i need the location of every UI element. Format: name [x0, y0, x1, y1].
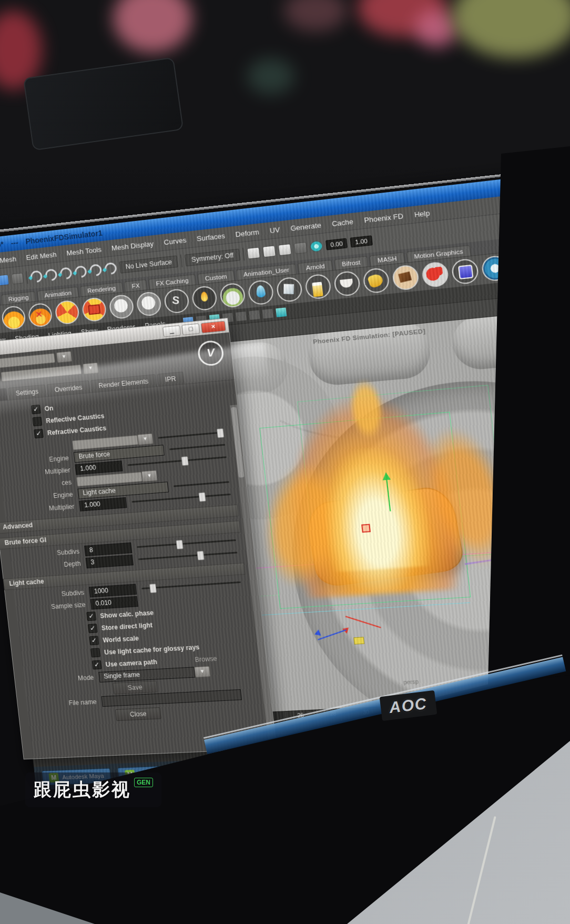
- phoenix-chocolate-icon[interactable]: [392, 264, 420, 291]
- maximize-button[interactable]: ▢: [181, 323, 200, 335]
- refractive-caustics-checkbox[interactable]: ✓: [34, 429, 44, 438]
- mural-pink-blob-2: [415, 11, 457, 47]
- menu-deform[interactable]: Deform: [235, 227, 260, 238]
- field-chart-icon[interactable]: [235, 311, 247, 322]
- menu-phoenix-fd[interactable]: Phoenix FD: [364, 212, 404, 224]
- menu-edit-mesh[interactable]: Edit Mesh: [26, 250, 57, 261]
- paint-select-icon[interactable]: [11, 273, 24, 284]
- menu-surfaces[interactable]: Surfaces: [196, 232, 225, 243]
- glossy-rays-checkbox[interactable]: [90, 648, 100, 657]
- world-scale-checkbox[interactable]: ✓: [89, 636, 99, 645]
- soft-select-value-field[interactable]: 1.00: [350, 235, 373, 247]
- render-current-frame-icon[interactable]: [262, 245, 276, 257]
- bf-subdivs-slider[interactable]: [137, 539, 236, 548]
- menu-uv[interactable]: UV: [269, 225, 280, 235]
- y-axis-arrowhead: [381, 468, 391, 480]
- secondary-engine-dropdown-arrow[interactable]: ▼: [141, 470, 158, 482]
- lasso-tool-icon-active[interactable]: [0, 274, 9, 286]
- photo-stage: 01.mb* --- PhoenixFDSimulator1 ws Mesh E…: [0, 0, 570, 924]
- phoenix-fire-remove-icon[interactable]: [27, 303, 53, 328]
- phoenix-explosion-source-icon[interactable]: [81, 297, 107, 323]
- save-button[interactable]: Save: [113, 680, 157, 694]
- phoenix-fire-icon[interactable]: [1, 305, 27, 330]
- phoenix-brick-icon[interactable]: [451, 258, 479, 285]
- secondary-engine-slider-track: [174, 481, 229, 487]
- menu-curves[interactable]: Curves: [164, 236, 187, 246]
- menu-mesh[interactable]: Mesh: [0, 255, 17, 264]
- make-live-icon[interactable]: [103, 260, 119, 277]
- secondary-multiplier-slider[interactable]: [131, 494, 231, 503]
- bf-depth-value[interactable]: 3: [86, 555, 134, 568]
- saturation-slider[interactable]: [158, 431, 224, 439]
- reflective-caustics-checkbox[interactable]: [32, 417, 42, 426]
- mural-maroon-blob: [284, 0, 347, 32]
- menu-generate[interactable]: Generate: [290, 220, 322, 232]
- phoenix-water-drop-icon[interactable]: [247, 279, 274, 306]
- minimize-button[interactable]: ▁: [162, 325, 181, 337]
- menu-mesh-display[interactable]: Mesh Display: [111, 239, 154, 252]
- center-manipulator-handle[interactable]: [353, 637, 364, 645]
- snap-projected-center-icon[interactable]: [73, 264, 89, 280]
- fire-source-marker: [361, 524, 371, 533]
- phoenix-vapor-icon[interactable]: [219, 282, 246, 308]
- phoenix-coffee-icon[interactable]: [333, 270, 361, 297]
- mural-yellow-blob: [452, 0, 570, 58]
- snap-grid-icon[interactable]: [28, 268, 45, 285]
- show-calc-phase-label: Show calc. phase: [100, 609, 154, 619]
- store-direct-light-checkbox[interactable]: ✓: [88, 624, 98, 633]
- safe-action-icon[interactable]: [248, 309, 260, 320]
- camera-path-checkbox[interactable]: ✓: [92, 660, 102, 670]
- browse-link[interactable]: Browse: [195, 655, 217, 664]
- safe-title-icon[interactable]: [262, 308, 274, 319]
- menu-mesh-tools[interactable]: Mesh Tools: [66, 245, 102, 257]
- ipr-render-icon[interactable]: [278, 244, 292, 256]
- snap-point-icon[interactable]: [58, 265, 74, 282]
- watermark-text: 跟屁虫影视: [34, 778, 131, 802]
- slider-knob[interactable]: [198, 492, 206, 501]
- symmetry-field[interactable]: Symmetry: Off: [185, 249, 240, 267]
- render-settings-icon[interactable]: [294, 242, 308, 254]
- phoenix-honey-icon[interactable]: [362, 267, 390, 294]
- saturation-dropdown-arrow[interactable]: ▼: [137, 433, 154, 445]
- primary-engine-slider-track: [169, 444, 225, 450]
- close-icon[interactable]: ✕: [201, 320, 226, 333]
- mode-dropdown-arrow[interactable]: ▼: [194, 666, 210, 677]
- menu-cache[interactable]: Cache: [331, 217, 353, 228]
- phoenix-splash-icon[interactable]: [421, 261, 450, 288]
- lc-sample-size-label: Sample size: [6, 600, 91, 613]
- slider-knob[interactable]: [149, 584, 156, 593]
- phoenix-candle-icon[interactable]: [191, 285, 218, 312]
- render-view-icon[interactable]: [247, 247, 260, 259]
- soft-select-falloff-field[interactable]: 0.00: [325, 238, 348, 250]
- store-direct-light-label: Store direct light: [101, 621, 153, 631]
- refractive-caustics-label: Refractive Caustics: [47, 424, 107, 437]
- renderer-dropdown-arrow[interactable]: ▼: [56, 351, 72, 363]
- wire-cube-icon[interactable]: [275, 307, 287, 318]
- camera-label: persp: [403, 678, 419, 686]
- slider-knob[interactable]: [197, 551, 205, 560]
- phoenix-beer-icon[interactable]: [304, 273, 332, 300]
- menu-help[interactable]: Help: [414, 208, 430, 218]
- phoenix-ice-cube-icon[interactable]: [276, 276, 303, 303]
- mural-green-blob: [247, 58, 294, 95]
- phoenix-smoke-icon[interactable]: [108, 294, 135, 319]
- live-surface-field[interactable]: No Live Surface: [119, 255, 178, 273]
- slider-knob[interactable]: [176, 540, 183, 549]
- phoenix-trail-icon[interactable]: [164, 288, 190, 314]
- secondary-multiplier-value[interactable]: 1.000: [79, 497, 127, 511]
- tablet-silhouette: [23, 57, 184, 151]
- slider-knob[interactable]: [181, 456, 189, 466]
- hypershade-icon[interactable]: [310, 240, 323, 253]
- phoenix-explosion-icon[interactable]: [54, 299, 80, 325]
- slider-knob[interactable]: [217, 428, 225, 438]
- phoenix-cloud-icon[interactable]: [136, 291, 162, 317]
- snap-view-plane-icon[interactable]: [87, 262, 104, 278]
- toolbar-divider-2: [180, 254, 183, 267]
- show-calc-phase-checkbox[interactable]: ✓: [86, 611, 96, 621]
- close-button[interactable]: Close: [115, 707, 161, 720]
- bf-depth-slider[interactable]: [138, 552, 238, 560]
- lc-subdivs-slider[interactable]: [141, 581, 241, 589]
- snap-curve-icon[interactable]: [43, 267, 59, 283]
- renderer-dropdown[interactable]: [0, 353, 55, 368]
- file-name-label: File name: [17, 698, 102, 709]
